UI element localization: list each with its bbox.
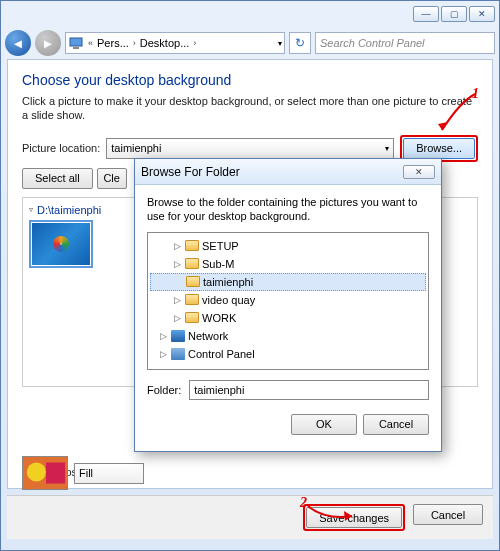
expander-icon[interactable]: ▷ (172, 313, 182, 323)
breadcrumb-item[interactable]: Desktop... (140, 37, 190, 49)
network-icon (171, 330, 185, 342)
page-title: Choose your desktop background (22, 72, 478, 88)
computer-icon (68, 35, 84, 51)
expander-icon[interactable]: ▷ (172, 259, 182, 269)
dialog-titlebar[interactable]: Browse For Folder ✕ (135, 159, 441, 185)
tree-item[interactable]: ▷Sub-M (150, 255, 426, 273)
folder-icon (185, 240, 199, 251)
refresh-button[interactable]: ↻ (289, 32, 311, 54)
picture-location-value: taimienphi (111, 142, 161, 154)
svg-rect-1 (73, 47, 79, 49)
tree-item[interactable]: ▷WORK (150, 309, 426, 327)
minimize-button[interactable]: — (413, 6, 439, 22)
tree-item[interactable]: ▷video quay (150, 291, 426, 309)
tree-item-control-panel[interactable]: ▷Control Panel (150, 345, 426, 363)
picture-position-combo[interactable]: Fill (74, 463, 144, 484)
position-preview-icon (22, 456, 68, 490)
expander-icon[interactable]: ▷ (172, 241, 182, 251)
collapse-icon[interactable]: ▿ (29, 205, 33, 214)
control-panel-icon (171, 348, 185, 360)
search-placeholder: Search Control Panel (320, 37, 425, 49)
select-all-button[interactable]: Select all (22, 168, 93, 189)
picture-location-combo[interactable]: taimienphi ▾ (106, 138, 394, 159)
browse-button[interactable]: Browse... (403, 138, 475, 159)
expander-icon[interactable]: ▷ (172, 295, 182, 305)
dialog-cancel-button[interactable]: Cancel (363, 414, 429, 435)
annotation-2: 2 (300, 495, 307, 511)
expander-icon[interactable]: ▷ (158, 349, 168, 359)
annotation-1: 1 (472, 86, 479, 102)
chevron-right-icon: › (191, 38, 198, 48)
browse-folder-dialog: Browse For Folder ✕ Browse to the folder… (134, 158, 442, 452)
chevron-right-icon: › (131, 38, 138, 48)
search-input[interactable]: Search Control Panel (315, 32, 495, 54)
cancel-button[interactable]: Cancel (413, 504, 483, 525)
tree-item-network[interactable]: ▷Network (150, 327, 426, 345)
forward-button: ► (35, 30, 61, 56)
svg-rect-0 (70, 38, 82, 46)
folder-tree[interactable]: ▷SETUP ▷Sub-M taimienphi ▷video quay ▷WO… (147, 232, 429, 370)
save-changes-button[interactable]: Save changes (306, 507, 402, 528)
folder-input[interactable] (189, 380, 429, 400)
page-subtext: Click a picture to make it your desktop … (22, 94, 478, 123)
tree-item-selected[interactable]: taimienphi (150, 273, 426, 291)
expander-icon[interactable]: ▷ (158, 331, 168, 341)
dialog-ok-button[interactable]: OK (291, 414, 357, 435)
dialog-title: Browse For Folder (141, 165, 240, 179)
chevron-down-icon: ▾ (385, 144, 389, 153)
group-header: D:\taimienphi (37, 204, 101, 216)
back-button[interactable]: ◄ (5, 30, 31, 56)
maximize-button[interactable]: ▢ (441, 6, 467, 22)
breadcrumb[interactable]: « Pers... › Desktop... › ▾ (65, 32, 285, 54)
breadcrumb-item[interactable]: Pers... (97, 37, 129, 49)
picture-position-value: Fill (79, 467, 93, 479)
chevron-left-icon: « (86, 38, 95, 48)
wallpaper-thumbnail[interactable]: ✓ (29, 220, 93, 268)
thumbnail-image (32, 223, 90, 265)
picture-location-label: Picture location: (22, 142, 100, 154)
tree-item[interactable]: ▷SETUP (150, 237, 426, 255)
folder-icon (186, 276, 200, 287)
clear-all-button[interactable]: Cle (97, 168, 127, 189)
close-button[interactable]: ✕ (469, 6, 495, 22)
dialog-description: Browse to the folder containing the pict… (147, 195, 429, 224)
dialog-close-button[interactable]: ✕ (403, 165, 435, 179)
annotation-highlight-2: Save changes (303, 504, 405, 531)
breadcrumb-dropdown-icon[interactable]: ▾ (278, 39, 282, 48)
folder-label: Folder: (147, 384, 181, 396)
nav-bar: ◄ ► « Pers... › Desktop... › ▾ ↻ Search … (1, 27, 499, 59)
folder-icon (185, 312, 199, 323)
window-titlebar: — ▢ ✕ (1, 1, 499, 27)
bottom-bar: Save changes Cancel (7, 495, 493, 539)
folder-icon (185, 258, 199, 269)
folder-icon (185, 294, 199, 305)
